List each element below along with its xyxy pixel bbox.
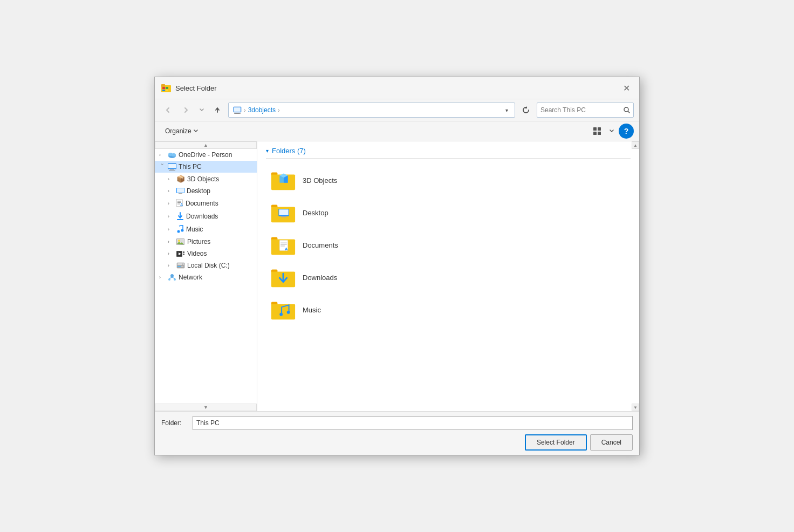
sidebar-scroll-up[interactable]: ▲ [155, 141, 257, 149]
address-dropdown-icon[interactable]: ▾ [503, 107, 510, 113]
svg-line-51 [169, 277, 172, 278]
select-folder-button[interactable]: Select Folder [525, 434, 587, 451]
up-button[interactable] [210, 103, 225, 118]
sidebar-item-pictures[interactable]: › Pictures [155, 236, 257, 248]
chevron-down-icon [200, 108, 204, 112]
close-button[interactable]: ✕ [620, 81, 633, 94]
svg-rect-14 [598, 127, 601, 131]
folder-name-downloads: Downloads [303, 274, 337, 282]
file-scroll-up[interactable]: ▲ [632, 141, 639, 149]
dialog-title: Select Folder [175, 84, 217, 92]
folder-icon-downloads [270, 264, 296, 290]
expand-arrow-downloads: › [168, 214, 174, 219]
svg-rect-3 [162, 87, 165, 89]
svg-line-12 [628, 111, 629, 113]
folder-svg-3dobjects [270, 169, 296, 192]
toolbar-left: Organize [160, 124, 203, 138]
folder-icon-desktop [270, 200, 296, 226]
help-button[interactable]: ? [619, 124, 634, 139]
desktop-icon [176, 188, 184, 194]
forward-button[interactable] [179, 103, 194, 118]
svg-point-34 [181, 229, 184, 232]
svg-rect-25 [177, 188, 184, 193]
address-bar[interactable]: › 3dobjects › ▾ [228, 103, 515, 118]
sidebar-label-desktop: Desktop [187, 187, 210, 195]
dialog-icon [161, 83, 171, 93]
view-icon [593, 127, 601, 135]
address-thispc[interactable]: 3dobjects [248, 106, 276, 114]
folder-input[interactable] [193, 416, 633, 430]
section-header[interactable]: ▾ Folders (7) [266, 147, 631, 159]
svg-rect-47 [181, 266, 183, 267]
svg-point-48 [170, 274, 174, 277]
file-area: ▲ ▾ Folders (7) [257, 141, 639, 411]
sidebar-item-desktop[interactable]: › Desktop [155, 185, 257, 197]
help-label: ? [624, 127, 629, 135]
expand-arrow-3dobjects: › [168, 176, 174, 182]
folder-item-3dobjects[interactable]: 3D Objects [266, 164, 631, 196]
svg-point-45 [182, 264, 183, 265]
3dobjects-icon: 📦 [176, 175, 185, 183]
sidebar-item-network[interactable]: › Network [155, 271, 257, 283]
refresh-icon [522, 106, 530, 114]
svg-rect-6 [166, 90, 168, 91]
folder-item-documents[interactable]: A Documents [266, 229, 631, 261]
svg-point-50 [174, 278, 176, 281]
address-separator-1: › [244, 107, 246, 113]
sidebar-item-documents[interactable]: › A Documents [155, 197, 257, 210]
select-folder-dialog: Select Folder ✕ [154, 77, 640, 455]
sidebar-label-downloads: Downloads [186, 213, 218, 220]
downloads-icon [176, 212, 184, 221]
svg-point-19 [172, 153, 176, 156]
svg-rect-61 [279, 209, 288, 215]
svg-text:A: A [285, 247, 288, 251]
folder-item-desktop[interactable]: Desktop [266, 196, 631, 229]
expand-arrow-documents: › [168, 201, 174, 206]
expand-arrow-videos: › [168, 251, 174, 256]
sidebar-label-onedrive: OneDrive - Person [179, 151, 232, 159]
svg-rect-32 [177, 219, 183, 220]
folder-svg-documents: A [270, 234, 296, 256]
thispc-icon [168, 163, 176, 170]
sidebar-item-localdisk[interactable]: › Local Disk (C:) [155, 260, 257, 271]
sidebar-item-music[interactable]: › Music [155, 223, 257, 236]
cancel-button[interactable]: Cancel [590, 434, 633, 451]
svg-rect-23 [169, 170, 175, 170]
svg-point-33 [177, 230, 180, 233]
history-dropdown-button[interactable] [197, 103, 207, 118]
back-button[interactable] [160, 103, 175, 118]
sidebar-item-3dobjects[interactable]: › 📦 3D Objects [155, 173, 257, 185]
svg-rect-2 [161, 84, 165, 87]
sidebar-item-downloads[interactable]: › Downloads [155, 210, 257, 223]
sidebar-label-localdisk: Local Disk (C:) [187, 262, 230, 269]
svg-point-74 [279, 313, 283, 316]
view-dropdown-button[interactable] [607, 124, 617, 139]
expand-arrow-music: › [168, 227, 174, 232]
svg-rect-5 [162, 90, 165, 91]
svg-rect-9 [234, 113, 241, 114]
sidebar-item-thispc[interactable]: › This PC [155, 161, 257, 173]
sidebar-item-onedrive[interactable]: › OneDrive - Person [155, 149, 257, 161]
svg-rect-13 [593, 127, 597, 131]
organize-button[interactable]: Organize [160, 124, 203, 138]
title-bar-left: Select Folder [161, 83, 217, 93]
sidebar-item-videos[interactable]: › Videos [155, 248, 257, 260]
view-button[interactable] [590, 124, 605, 139]
folder-name-desktop: Desktop [303, 209, 328, 217]
refresh-button[interactable] [518, 103, 533, 118]
expand-arrow-onedrive: › [159, 152, 166, 158]
folder-name-documents: Documents [303, 241, 338, 249]
organize-label: Organize [165, 127, 191, 135]
sidebar: ▲ › OneDrive - Person › [155, 141, 257, 411]
action-buttons: Select Folder Cancel [161, 434, 633, 451]
svg-rect-42 [183, 254, 184, 255]
svg-line-52 [172, 277, 175, 278]
up-icon [214, 107, 221, 113]
sidebar-scroll-down[interactable]: ▼ [155, 404, 257, 411]
pictures-icon [176, 238, 185, 245]
search-input[interactable] [540, 106, 621, 114]
folder-item-downloads[interactable]: Downloads [266, 261, 631, 294]
folder-name-music: Music [303, 306, 321, 314]
folder-item-music[interactable]: Music [266, 294, 631, 326]
file-scroll-down[interactable]: ▼ [632, 404, 639, 411]
